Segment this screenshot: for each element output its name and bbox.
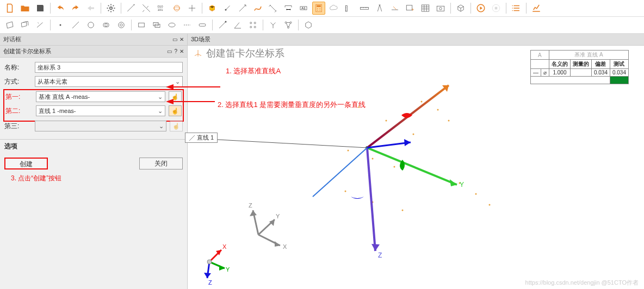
svg-marker-74 (371, 244, 380, 251)
surface-icon[interactable] (140, 2, 153, 15)
plane-icon[interactable] (3, 18, 16, 32)
close-button[interactable]: 关闭 (139, 158, 183, 169)
create-button[interactable]: 创建 (4, 158, 48, 169)
svg-point-27 (512, 10, 513, 11)
svg-rect-20 (437, 6, 444, 11)
line1-label: 直线 1 (185, 133, 218, 143)
svg-point-26 (512, 8, 513, 9)
add-img-icon[interactable]: + (404, 2, 417, 15)
create-cs-title: 创建笛卡尔坐标系 (3, 47, 51, 55)
svg-point-42 (250, 26, 252, 28)
ruler2-icon[interactable] (358, 2, 371, 15)
axis2-icon[interactable] (221, 2, 234, 15)
pin-icon[interactable]: ▭ (172, 36, 177, 42)
svg-point-52 (372, 158, 374, 160)
curve-icon[interactable] (251, 2, 264, 15)
sphere-icon[interactable] (170, 2, 183, 15)
tol-icon[interactable] (388, 2, 401, 15)
dialog-title: 对话框 (3, 35, 21, 43)
compass-icon[interactable] (373, 2, 386, 15)
cube-icon[interactable] (206, 2, 219, 15)
svg-text:X: X (222, 243, 227, 250)
circle-icon[interactable] (84, 18, 97, 32)
matrix-icon[interactable]: 010101 (155, 2, 168, 15)
svg-point-25 (512, 5, 513, 7)
svg-point-21 (439, 8, 442, 10)
play-icon[interactable] (474, 2, 487, 15)
overlap-icon[interactable] (100, 18, 113, 32)
conc-icon[interactable] (115, 18, 128, 32)
gdt-icon[interactable]: A1 (297, 2, 310, 15)
line-icon[interactable] (69, 18, 82, 32)
options-section[interactable]: 选项 (0, 139, 187, 153)
edge-icon[interactable] (125, 2, 138, 15)
cube2-icon[interactable] (302, 18, 315, 32)
dim-chain-icon[interactable] (267, 2, 280, 15)
redo-icon[interactable] (69, 2, 82, 15)
close2-icon[interactable]: ✕ (179, 48, 184, 54)
svg-point-33 (120, 24, 123, 27)
cloud-icon[interactable] (327, 2, 340, 15)
tilt-icon[interactable] (34, 18, 47, 32)
method-label: 方式: (4, 77, 32, 86)
third-select[interactable] (35, 121, 166, 131)
slot-icon[interactable] (196, 18, 209, 32)
new-file-icon[interactable] (3, 2, 16, 15)
svg-rect-19 (422, 5, 429, 11)
svg-point-12 (320, 8, 321, 9)
3d-viewport[interactable]: Y Z X Y Z X (188, 34, 644, 289)
angle-icon[interactable] (231, 18, 244, 32)
svg-point-61 (386, 120, 387, 122)
pattern-icon[interactable] (246, 18, 259, 32)
svg-text:Z: Z (378, 252, 382, 259)
watermark: https://blog.csdn.net/dengjin @51CTO作者 (525, 279, 639, 287)
second-select[interactable]: 直线 1 -meas- (36, 105, 165, 116)
first-label: 第一: (5, 92, 33, 102)
svg-point-40 (250, 22, 252, 24)
arrow-icon[interactable] (236, 2, 249, 15)
3d-scene[interactable]: 3D场景 创建笛卡尔坐标系 1. 选择基准直线A 2. 选择直线1 是需要测量垂… (188, 34, 644, 289)
line-pt-icon[interactable] (216, 18, 229, 32)
box3d-icon[interactable] (454, 2, 467, 15)
svg-point-97 (207, 260, 212, 264)
toolbar-row-1: 010101 ⟷ A1 + (0, 0, 644, 17)
dash-icon[interactable] (181, 18, 194, 32)
first-select[interactable]: 基准 直线 A -meas- (36, 91, 165, 102)
svg-marker-50 (166, 99, 174, 104)
third-label: 第三: (4, 122, 32, 131)
second-pick-button[interactable]: ☝ (169, 105, 182, 116)
svg-point-60 (413, 134, 414, 135)
rect2-icon[interactable] (150, 18, 163, 32)
point-icon[interactable] (54, 18, 67, 32)
axis-icon[interactable] (185, 2, 199, 15)
list-icon[interactable] (510, 2, 523, 15)
fork-icon[interactable] (267, 18, 280, 32)
ruler-icon[interactable] (343, 2, 356, 15)
ellipse-icon[interactable] (165, 18, 178, 32)
pin2-icon[interactable]: ▭ (167, 48, 172, 54)
svg-point-14 (320, 10, 321, 11)
chart-icon[interactable] (530, 2, 543, 15)
rect-icon[interactable] (135, 18, 148, 32)
svg-rect-16 (361, 8, 369, 10)
name-input[interactable]: 坐标系 3 (35, 62, 183, 73)
forward-icon[interactable] (84, 2, 97, 15)
planes-icon[interactable] (18, 18, 32, 32)
svg-rect-38 (199, 24, 206, 27)
svg-text:Y: Y (460, 181, 464, 189)
open-folder-icon[interactable] (18, 2, 32, 15)
stop-icon[interactable] (490, 2, 503, 15)
net-icon[interactable] (282, 18, 295, 32)
table-icon[interactable] (419, 2, 432, 15)
dim-auto-icon[interactable]: ⟷ (282, 2, 295, 15)
calc-icon[interactable] (312, 2, 325, 15)
method-select[interactable]: 从基本元素 (35, 76, 183, 87)
svg-point-43 (254, 26, 256, 28)
save-icon[interactable] (34, 2, 47, 15)
svg-line-73 (367, 148, 375, 251)
settings-icon[interactable] (104, 2, 117, 15)
camera-icon[interactable] (434, 2, 447, 15)
help-icon[interactable]: ? (174, 48, 177, 54)
close-icon[interactable]: ✕ (179, 36, 184, 42)
undo-icon[interactable] (54, 2, 67, 15)
